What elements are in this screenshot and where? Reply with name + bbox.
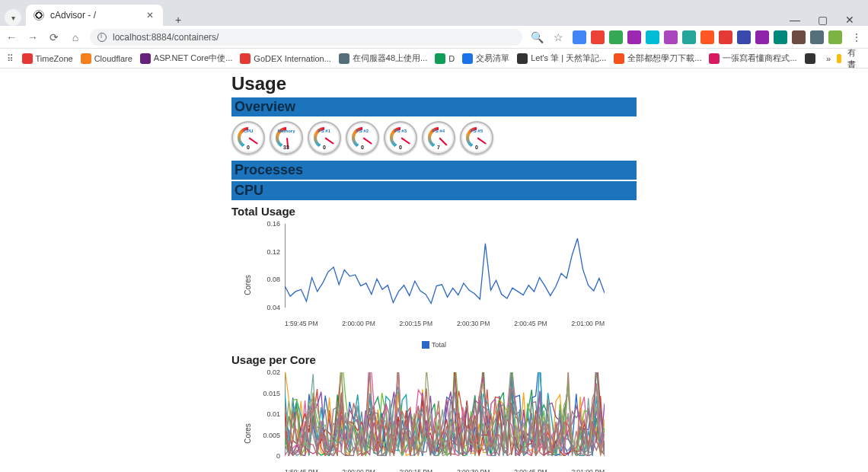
bookmark-favicon xyxy=(462,53,473,64)
gauge-value: 7 xyxy=(422,145,455,150)
bookmark-label: D xyxy=(448,54,455,63)
extension-icon[interactable] xyxy=(573,30,586,44)
gauge: FS #3 0 xyxy=(384,121,417,155)
bookmark-item[interactable]: 全部都想學刀下載... xyxy=(614,53,701,64)
heading-total-usage: Total Usage xyxy=(231,205,637,218)
site-info-icon[interactable] xyxy=(97,33,107,42)
chart-total-ylabel: Cores xyxy=(244,275,252,295)
bookmark-item[interactable]: 在伺服器48上使用... xyxy=(339,53,427,64)
extension-icon[interactable] xyxy=(755,30,769,44)
bookmark-label: Let's 筆 | 天然筆記... xyxy=(531,53,606,64)
gauge-label: FS #5 xyxy=(460,129,493,133)
new-tab-button[interactable]: + xyxy=(168,14,189,26)
browser-menu-button[interactable]: ⋮ xyxy=(850,30,863,44)
bookmark-item[interactable]: 交易清單 xyxy=(462,53,509,64)
extensions-row xyxy=(573,30,842,44)
bookmark-favicon xyxy=(140,53,151,64)
bookmark-favicon xyxy=(22,53,33,64)
gauge: CPU 0 xyxy=(231,121,265,155)
extension-icon[interactable] xyxy=(828,30,842,44)
tab-title: cAdvisor - / xyxy=(50,10,96,21)
gauge: FS #4 7 xyxy=(422,121,455,155)
gauge: Memory 33 xyxy=(270,121,303,155)
bookmark-favicon xyxy=(805,53,815,64)
extension-icon[interactable] xyxy=(646,30,659,44)
gauge-label: FS #3 xyxy=(384,129,417,133)
window-maximize-button[interactable]: ▢ xyxy=(812,14,833,26)
chart-per-core: Cores 00.0050.010.0150.02 1:59:45 PM2:00… xyxy=(259,372,637,472)
bookmark-item[interactable]: ASP.NET Core中使... xyxy=(140,53,233,64)
bookmark-star-icon[interactable]: ☆ xyxy=(551,30,565,44)
folder-icon xyxy=(837,54,841,63)
legend-item[interactable]: Total xyxy=(422,341,446,349)
chart-total-legend: Total xyxy=(231,341,637,349)
url-field[interactable]: localhost:8884/containers/ xyxy=(90,29,522,46)
browser-tab-active[interactable]: cAdvisor - / ✕ xyxy=(26,5,163,26)
extension-icon[interactable] xyxy=(737,30,751,44)
extension-icon[interactable] xyxy=(700,30,714,44)
extension-icon[interactable] xyxy=(591,30,605,44)
nav-back-button[interactable]: ← xyxy=(5,30,18,44)
extension-icon[interactable] xyxy=(609,30,623,44)
extension-icon[interactable] xyxy=(810,30,824,44)
extension-icon[interactable] xyxy=(627,30,641,44)
extension-icon[interactable] xyxy=(719,30,732,44)
bookmark-favicon xyxy=(517,53,528,64)
tab-list-button[interactable]: ▾ xyxy=(5,9,21,26)
bookmark-item[interactable]: 一張寫看懂商程式... xyxy=(709,53,796,64)
tab-close-icon[interactable]: ✕ xyxy=(146,10,154,21)
nav-home-button[interactable]: ⌂ xyxy=(69,30,82,44)
bookmarks-overflow[interactable]: » xyxy=(826,54,831,63)
gauge-value: 0 xyxy=(308,145,341,150)
gauge-label: FS #1 xyxy=(308,129,341,133)
all-bookmarks-button[interactable]: 所有書籤 xyxy=(847,49,862,69)
gauge-label: CPU xyxy=(231,129,265,133)
gauge-label: Memory xyxy=(270,129,303,133)
bookmark-label: 一張寫看懂商程式... xyxy=(723,53,796,64)
bookmark-item[interactable]: Let's 筆 | 天然筆記... xyxy=(517,53,606,64)
bookmark-item[interactable]: TimeZone xyxy=(22,53,73,64)
bookmark-item[interactable]: D xyxy=(435,53,455,64)
bookmark-label: TimeZone xyxy=(36,54,73,63)
gauge-value: 0 xyxy=(384,145,417,150)
gauge: FS #1 0 xyxy=(308,121,341,155)
bookmark-favicon xyxy=(240,53,251,64)
bookmark-item[interactable]: GoDEX Internation... xyxy=(240,53,331,64)
extension-icon[interactable] xyxy=(682,30,696,44)
bookmark-label: Cloudflare xyxy=(94,54,132,63)
extension-icon[interactable] xyxy=(664,30,678,44)
gauge-value: 0 xyxy=(231,145,265,150)
heading-usage-per-core: Usage per Core xyxy=(231,353,637,366)
address-bar: ← → ⟳ ⌂ localhost:8884/containers/ 🔍 ☆ ⋮ xyxy=(0,26,868,49)
nav-forward-button[interactable]: → xyxy=(26,30,40,44)
bookmark-label: GoDEX Internation... xyxy=(254,54,331,63)
bookmark-label: 在伺服器48上使用... xyxy=(353,53,427,64)
gauge-value: 33 xyxy=(270,145,303,150)
gauges-row: CPU 0 Memory 33 FS #1 0 FS #2 0 FS #3 0 … xyxy=(231,121,637,155)
page-scroll-region[interactable]: Usage Overview CPU 0 Memory 33 FS #1 0 F… xyxy=(0,69,868,472)
extension-icon[interactable] xyxy=(774,30,787,44)
bookmark-label: 交易清單 xyxy=(476,53,509,64)
bookmark-favicon xyxy=(709,53,720,64)
bookmark-favicon xyxy=(81,53,91,64)
bookmark-item[interactable]: Cloudflare xyxy=(81,53,132,64)
window-close-button[interactable]: ✕ xyxy=(839,14,860,26)
section-processes[interactable]: Processes xyxy=(231,161,637,180)
bookmark-label: 全部都想學刀下載... xyxy=(627,53,701,64)
section-cpu: CPU xyxy=(231,181,637,200)
search-icon[interactable]: 🔍 xyxy=(530,30,544,44)
chart-percore-ylabel: Cores xyxy=(244,423,252,444)
gauge-value: 0 xyxy=(346,145,379,150)
extension-icon[interactable] xyxy=(792,30,806,44)
url-text: localhost:8884/containers/ xyxy=(113,32,219,43)
bookmark-label: ASP.NET Core中使... xyxy=(154,53,233,64)
gauge-label: FS #2 xyxy=(346,129,379,133)
bookmark-favicon xyxy=(435,53,445,64)
nav-reload-button[interactable]: ⟳ xyxy=(47,30,61,44)
gauge: FS #5 0 xyxy=(460,121,493,155)
gauge-value: 0 xyxy=(460,145,493,150)
bookmark-item[interactable]: 問題 - HackMD xyxy=(805,53,819,64)
section-overview: Overview xyxy=(231,97,637,116)
window-minimize-button[interactable]: — xyxy=(784,14,806,26)
apps-button[interactable]: ⠿ xyxy=(6,52,14,65)
